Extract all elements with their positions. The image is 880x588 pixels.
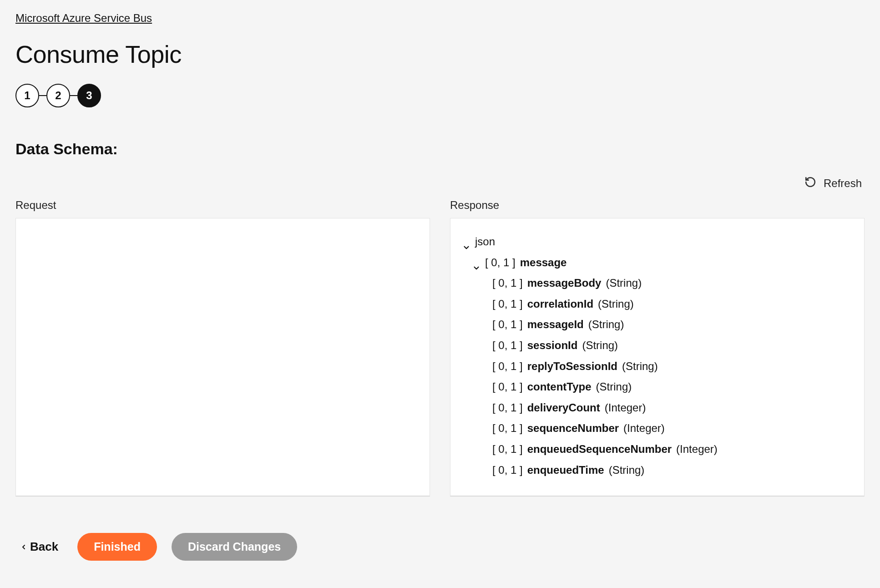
refresh-button[interactable]: Refresh bbox=[15, 176, 865, 191]
step-2[interactable]: 2 bbox=[46, 84, 70, 107]
tree-node-type: (String) bbox=[606, 273, 642, 294]
section-heading: Data Schema: bbox=[15, 140, 865, 158]
step-connector bbox=[70, 95, 77, 96]
tree-leaf[interactable]: [ 0, 1 ]correlationId(String) bbox=[462, 294, 852, 314]
chevron-left-icon bbox=[20, 540, 27, 554]
tree-node-cardinality: [ 0, 1 ] bbox=[492, 356, 523, 377]
tree-node-type: (Integer) bbox=[676, 439, 718, 460]
step-3[interactable]: 3 bbox=[77, 84, 101, 107]
tree-node-type: (String) bbox=[598, 294, 634, 314]
tree-leaf[interactable]: [ 0, 1 ]messageBody(String) bbox=[462, 273, 852, 294]
tree-node-cardinality: [ 0, 1 ] bbox=[492, 335, 523, 356]
tree-node-name: correlationId bbox=[527, 294, 593, 314]
chevron-down-icon bbox=[462, 238, 470, 246]
tree-node-type: (Integer) bbox=[605, 397, 646, 418]
tree-node-label: json bbox=[475, 231, 495, 252]
page-title: Consume Topic bbox=[15, 40, 865, 68]
step-connector bbox=[39, 95, 46, 96]
tree-node-cardinality: [ 0, 1 ] bbox=[492, 439, 523, 460]
tree-node-type: (String) bbox=[588, 314, 624, 335]
tree-node-name: enqueuedTime bbox=[527, 460, 604, 481]
refresh-label: Refresh bbox=[824, 177, 862, 190]
back-button[interactable]: Back bbox=[15, 536, 63, 558]
tree-leaf[interactable]: [ 0, 1 ]deliveryCount(Integer) bbox=[462, 397, 852, 418]
stepper: 1 2 3 bbox=[15, 84, 865, 107]
discard-button[interactable]: Discard Changes bbox=[172, 533, 297, 561]
tree-node-name: messageId bbox=[527, 314, 584, 335]
tree-node-name: replyToSessionId bbox=[527, 356, 617, 377]
tree-leaf[interactable]: [ 0, 1 ]enqueuedTime(String) bbox=[462, 460, 852, 481]
request-panel bbox=[15, 218, 430, 497]
tree-leaf[interactable]: [ 0, 1 ]sequenceNumber(Integer) bbox=[462, 418, 852, 439]
tree-node-name: contentType bbox=[527, 376, 592, 397]
tree-node-cardinality: [ 0, 1 ] bbox=[492, 397, 523, 418]
tree-node-name: messageBody bbox=[527, 273, 602, 294]
tree-node-cardinality: [ 0, 1 ] bbox=[492, 376, 523, 397]
tree-node-name: sequenceNumber bbox=[527, 418, 619, 439]
breadcrumb-link[interactable]: Microsoft Azure Service Bus bbox=[15, 12, 152, 25]
tree-node-name: enqueuedSequenceNumber bbox=[527, 439, 672, 460]
tree-leaf[interactable]: [ 0, 1 ]sessionId(String) bbox=[462, 335, 852, 356]
tree-leaf[interactable]: [ 0, 1 ]messageId(String) bbox=[462, 314, 852, 335]
step-1[interactable]: 1 bbox=[15, 84, 39, 107]
tree-node-cardinality: [ 0, 1 ] bbox=[492, 418, 523, 439]
tree-node-name: message bbox=[520, 252, 567, 273]
tree-node-cardinality: [ 0, 1 ] bbox=[492, 460, 523, 481]
request-label: Request bbox=[15, 199, 430, 212]
tree-node-type: (String) bbox=[582, 335, 618, 356]
tree-node-message[interactable]: [ 0, 1 ] message bbox=[462, 252, 852, 273]
chevron-down-icon bbox=[472, 258, 480, 266]
tree-node-cardinality: [ 0, 1 ] bbox=[492, 314, 523, 335]
tree-node-json[interactable]: json bbox=[462, 231, 852, 252]
finished-button[interactable]: Finished bbox=[77, 533, 157, 561]
tree-node-type: (String) bbox=[596, 376, 632, 397]
tree-node-type: (String) bbox=[622, 356, 658, 377]
tree-node-cardinality: [ 0, 1 ] bbox=[492, 273, 523, 294]
tree-leaf[interactable]: [ 0, 1 ]enqueuedSequenceNumber(Integer) bbox=[462, 439, 852, 460]
response-panel: json [ 0, 1 ] message [ 0, 1 ]messageBod… bbox=[450, 218, 865, 497]
tree-node-name: sessionId bbox=[527, 335, 578, 356]
tree-node-cardinality: [ 0, 1 ] bbox=[485, 252, 516, 273]
tree-node-name: deliveryCount bbox=[527, 397, 600, 418]
tree-node-type: (String) bbox=[609, 460, 645, 481]
back-label: Back bbox=[30, 540, 58, 554]
tree-node-type: (Integer) bbox=[623, 418, 665, 439]
refresh-icon bbox=[804, 176, 816, 191]
tree-node-cardinality: [ 0, 1 ] bbox=[492, 294, 523, 314]
tree-leaf[interactable]: [ 0, 1 ]replyToSessionId(String) bbox=[462, 356, 852, 377]
response-label: Response bbox=[450, 199, 865, 212]
tree-leaf[interactable]: [ 0, 1 ]contentType(String) bbox=[462, 376, 852, 397]
